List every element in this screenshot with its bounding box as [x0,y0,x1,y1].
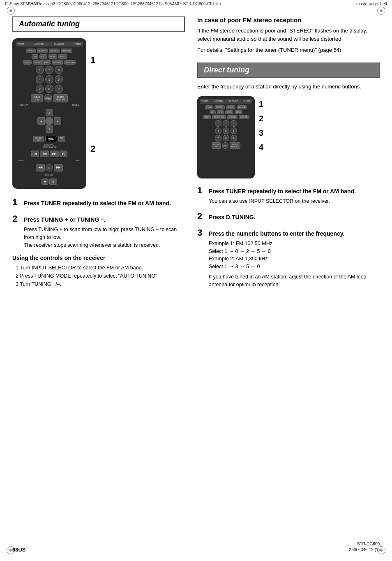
remote-btn-rew[interactable]: ◀◀ [40,151,49,157]
remote-btn-return[interactable]: RETURN/EXIT [33,136,44,142]
right-btn-autocal[interactable]: AUTO CAL [239,115,249,119]
remote-btn-clear[interactable]: CLEAR>10 [31,94,43,102]
remote-btn-9[interactable]: 9 [55,85,63,93]
right-step3-ex1: Example 1: FM 102.50 MHz [209,240,380,248]
poor-fm-body2: For details, "Settings for the tuner (TU… [197,46,380,54]
remote-transport-row1: |◀ ◀◀ ▶▶ ▶| [31,151,67,157]
remote-btn-5[interactable]: 5 [45,75,53,83]
right-btn-5[interactable]: 5 [223,128,229,134]
right-btn-1[interactable]: 1 [215,120,221,127]
remote-numrow1: 1 2 3 [16,66,83,74]
remote-btn-6[interactable]: 6 [55,75,63,83]
remote-btn-next[interactable]: ▶| [60,151,67,157]
remote-btn-8[interactable]: 8 [45,85,53,93]
dpad-down-btn[interactable]: ▼ [46,125,53,133]
remote-btn-enter[interactable]: ENTERMEMORY [53,94,67,102]
model-name: STR-DG800 [349,541,380,547]
model-code: 2-667-346-12 (1) [349,547,380,553]
remote-btn-0[interactable]: 0/10 [44,94,52,102]
remote-display-label: DISPLAY [20,104,28,106]
right-btn-8[interactable]: 8 [223,135,229,141]
remote-tuning-labels: TUNING – TUNING + [16,160,83,162]
header-left-path: F:\Sony SEM\HA\Revision2_DG800\JC060412_… [5,2,221,6]
remote-btn-menu[interactable]: MENU [45,136,57,142]
left-label-1: 1 [90,55,95,65]
dpad-left-btn[interactable]: ◀ [37,117,45,125]
header-right-text: masterpage: Left [356,2,387,6]
remote-btn-1[interactable]: 1 [36,66,44,74]
remote-btn-fwd[interactable]: ▶▶ [50,151,59,157]
dpad-up-btn[interactable]: ▲ [46,109,53,116]
right-btn-afd[interactable]: A.F.D. [217,110,224,114]
remote-btn-fwd2[interactable]: ▶▶ [54,164,63,172]
right-btn-music[interactable]: MUSIC [235,110,242,114]
right-step2-header: 2 Press D.TUNING. [197,211,380,222]
right-btn-4[interactable]: 4 [215,128,221,134]
left-remote-labels: 1 2 [90,38,95,167]
remote-btn-play[interactable]: ▷ [46,164,53,172]
remote-btn-multich[interactable]: MULTI CH [37,49,48,53]
right-btn-0[interactable]: 0/10 [222,142,228,149]
dpad-center-btn[interactable] [45,117,53,125]
remote-btn-amp[interactable]: AMP [58,136,65,142]
remote-replay-advance-label: ← CATEGORY+ →REPLAY ADVANCE [42,144,56,148]
poor-fm-title: In case of poor FM stereo reception [197,16,380,23]
remote-btn-pause[interactable]: ⏸ [49,178,57,185]
remote-btn-prev[interactable]: |◀ [31,151,39,157]
right-btn-sleep[interactable]: SLEEP [203,115,210,119]
remote-btn-7[interactable]: 7 [36,85,44,93]
right-btn-9[interactable]: 9 [231,135,237,141]
right-btn-2ch[interactable]: 2CH [210,110,216,114]
right-btn-movie[interactable]: MOVIE [225,110,233,114]
right-btn-catmode[interactable]: CATEGORY MODE [212,115,226,119]
right-btn-enter[interactable]: ENTERMEMORY [230,142,240,149]
right-step1-number: 1 [197,185,205,196]
right-step1-body-text: You can also use INPUT SELECTOR on the r… [209,197,380,205]
right-btn-clear[interactable]: CLEAR>10 [212,142,220,149]
right-remote-container: TV/SAT MD/TAPE SA-CD/CD TUNER PHONO MULT… [197,96,380,178]
sub-step-3: 3 Turn TUNING +/–. [16,280,185,288]
remote-btn-4[interactable]: 4 [36,75,44,83]
remote-btn-rew2[interactable]: ◀◀ [36,164,45,172]
remote-btn-3[interactable]: 3 [55,66,63,74]
right-remote-control: TV/SAT MD/TAPE SA-CD/CD TUNER PHONO MULT… [197,96,255,178]
remote-row-sleep: SLEEP CATEGORY MODE D.TUNING AUTO CAL [16,60,83,65]
right-step3-sel1: Select 1 → 0 → 2 → 5 → 0 [209,248,380,255]
right-step3-body: Example 1: FM 102.50 MHz Select 1 → 0 → … [209,240,380,289]
right-btn-source[interactable]: SOURCE [226,105,235,109]
right-step3-title: Press the numeric buttons to enter the f… [209,230,344,237]
right-btn-2ndzone[interactable]: 2ND ZONE [237,105,247,109]
right-btn-6[interactable]: 6 [231,128,237,134]
remote-btn-afd[interactable]: A.F.D. [39,54,47,59]
remote-btn-2ch[interactable]: 2CH [32,54,38,59]
left-step1-header: 1 Press TUNER repeatedly to select the F… [12,197,185,208]
remote-btn-source[interactable]: SOURCE [49,49,59,53]
right-btn-2[interactable]: 2 [223,120,229,127]
dpad-right-btn[interactable]: ▶ [54,117,61,125]
remote-btn-2[interactable]: 2 [45,66,53,74]
remote-btn-catmode[interactable]: CATEGORY MODE [33,60,51,65]
right-label-4: 4 [259,143,263,152]
direct-intro: Enter the frequency of a station directl… [197,83,380,91]
remote-btn-autocal[interactable]: AUTO CAL [64,60,76,65]
right-btn-7[interactable]: 7 [215,135,221,141]
right-step3-ex2: Example 2: AM 1,350 kHz [209,255,380,263]
right-btn-dtuning[interactable]: D.TUNING [227,115,238,119]
right-btn-multich[interactable]: MULTI CH [214,105,224,109]
remote-btn-2ndzone[interactable]: 2ND ZONE [61,49,72,53]
remote-btn-phono[interactable]: PHONO [26,49,36,53]
right-step1-header: 1 Press TUNER repeatedly to select the F… [197,185,380,196]
remote-btn-dtuning[interactable]: D.TUNING [52,60,63,65]
sub-step-1: 1 Turn INPUT SELECTOR to select the FM o… [16,264,185,272]
remote-btn-stop[interactable]: ■ [42,178,48,185]
remote-btn-movie[interactable]: MOVIE [48,54,57,59]
right-btn-3[interactable]: 3 [231,120,237,127]
left-step1-title: Press TUNER repeatedly to select the FM … [24,200,171,206]
sub-step-2: 2 Press TUNING MODE repeatedly to select… [16,272,185,280]
left-remote-control: TV/SAT MD/TAPE SA-CD/CD TUNER PHONO MULT… [12,38,86,189]
right-btn-phono[interactable]: PHONO [205,105,214,109]
right-remote-row-2ch: 2CH A.F.D. MOVIE MUSIC [200,110,252,114]
remote-row-2ch: 2CH A.F.D. MOVIE MUSIC [16,54,83,59]
remote-btn-music[interactable]: MUSIC [58,54,67,59]
remote-btn-sleep[interactable]: SLEEP [23,60,32,65]
